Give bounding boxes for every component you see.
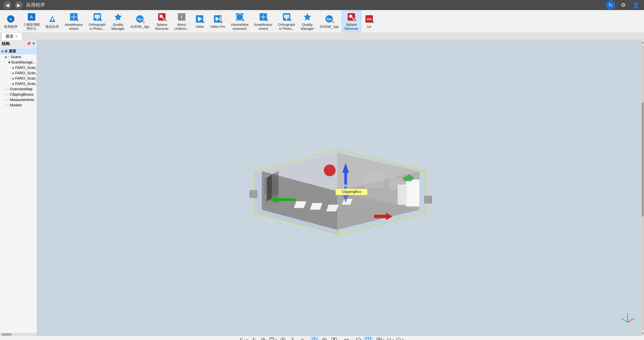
svg-rect-6 [52, 18, 53, 19]
viewport[interactable]: ClippingBox X Y Z [37, 40, 641, 336]
bt-navigate[interactable] [278, 337, 287, 340]
svg-line-90 [628, 319, 632, 323]
bt-walk[interactable] [288, 337, 297, 340]
sidebar-close-btn[interactable]: ✕ [32, 41, 35, 46]
svg-text:Y: Y [621, 318, 623, 320]
tree-item-faro3[interactable]: + ◆ FARO_Scan_... [0, 76, 37, 81]
toolbar-scene2go2[interactable]: 2go ▼ SCENE_2go [317, 11, 341, 32]
main-layout: 结构 📌 ✕ ▶ 🏛 展室 ▶ ○ Scans ■ ScanManage... [0, 40, 644, 336]
bt-split[interactable] [330, 337, 338, 340]
right-scrollbar[interactable]: ▲ ▼ [641, 40, 644, 336]
toolbar-ortho2-label: Orthograph ic Photo... [278, 23, 295, 31]
toolbar-about-uniform[interactable]: i About Uniform... [172, 11, 192, 32]
bt-cube[interactable] [354, 337, 363, 340]
tab-room[interactable]: 展室 ✕ [1, 32, 22, 40]
svg-text:Z: Z [627, 313, 628, 316]
toolbar-ortho-photo[interactable]: ▼ Orthograph ic Photo... [86, 11, 108, 32]
sync-icon[interactable]: ↻ [606, 0, 615, 10]
svg-point-34 [286, 18, 288, 20]
sidebar-scrollbar[interactable] [0, 333, 37, 336]
user-icon[interactable]: 👤 [631, 0, 641, 10]
scroll-down-btn[interactable]: ▼ [641, 332, 644, 335]
svg-rect-72 [406, 179, 420, 206]
settings-icon[interactable]: ⚙ [618, 0, 628, 10]
tree-item-faro1[interactable]: + ◆ FARO_Scan_... [0, 65, 37, 70]
toolbar-guide[interactable]: 取证向导 [43, 11, 62, 32]
tree-faro3-label: FARO_Scan_... [15, 76, 37, 81]
toolbar-3d-center[interactable]: A 三维应用程 序中心 [20, 11, 42, 32]
toolbar-quality-mgr2[interactable]: Quality Manager [298, 11, 317, 32]
tree-faro4-label: FARO_Scan_... [15, 82, 37, 86]
forward-button[interactable]: ▶ [15, 1, 23, 9]
svg-rect-130 [377, 338, 379, 340]
bt-select2[interactable] [320, 337, 329, 340]
toolbar-video-pro[interactable]: ▼ Video Pro [208, 11, 228, 32]
toolbar-un[interactable]: Un ▼ Un [362, 11, 377, 32]
svg-text:A: A [30, 14, 33, 19]
tab-room-label: 展室 [6, 34, 14, 39]
svg-rect-26 [220, 16, 221, 21]
svg-rect-104 [270, 338, 274, 340]
tab-close-btn[interactable]: ✕ [15, 34, 18, 38]
toolbar-scene2go[interactable]: 2go ▼ SCENE_2go [128, 11, 152, 32]
svg-text:ClippingBox: ClippingBox [342, 189, 361, 194]
toolbar-quality-mgr[interactable]: Quality Manager [109, 11, 127, 32]
bt-select1[interactable] [310, 337, 319, 340]
tree-item-models[interactable]: + ○ Models [0, 103, 37, 108]
bt-rotate[interactable]: ▼ [240, 337, 248, 340]
svg-rect-73 [398, 184, 408, 205]
tree-item-measurements[interactable]: + ○ Measurements [0, 97, 37, 103]
bt-grid[interactable]: ▼ [376, 337, 385, 340]
toolbar-sep-4 [374, 338, 374, 340]
tree-item-room[interactable]: ▶ 🏛 展室 [0, 48, 37, 54]
bt-zoom[interactable] [259, 337, 268, 340]
toolbar-sphere-remover[interactable]: ▼ Sphere Remover [152, 11, 171, 32]
tree-scans-label: Scans [11, 55, 21, 59]
bt-pan[interactable] [250, 337, 258, 340]
toolbar-app-label: 应用程序 [4, 25, 18, 29]
toolbar-area-measure[interactable]: ▼ AreaMeasur ement [62, 11, 86, 32]
toolbar-area-label: AreaMeasur ement [65, 23, 83, 31]
back-button[interactable]: ◀ [3, 1, 12, 9]
scene-container: ClippingBox X Y Z [37, 40, 641, 336]
tree-measurements-label: Measurements [10, 98, 34, 102]
toolbar-video[interactable]: ▼ Video [192, 11, 207, 32]
toolbar-volume-meas[interactable]: ▼ VolumeMea surement [228, 11, 251, 32]
tree-item-scans[interactable]: ▶ ○ Scans [0, 54, 37, 60]
app-title: 应用程序 [26, 2, 45, 8]
tree-item-overviewmap[interactable]: + ○ OverviewMap [0, 86, 37, 92]
sidebar-title: 结构 [2, 41, 10, 46]
sidebar-pin-btn[interactable]: 📌 [26, 41, 31, 46]
bt-more[interactable]: ▼ [396, 337, 404, 340]
svg-rect-33 [284, 14, 289, 18]
svg-line-125 [356, 339, 358, 340]
toolbar-scene2go-label: SCENE_2go [130, 25, 149, 29]
tree-item-scanmanage[interactable]: ■ ScanManage... [0, 60, 37, 65]
tree-item-faro4[interactable]: + ◆ FARO_Scan_... [0, 81, 37, 86]
toolbar-video-label: Video [196, 25, 204, 29]
toolbar-sep-2 [340, 338, 340, 340]
toolbar-area-measure2[interactable]: ▼ AreaMeasur ement [252, 11, 275, 32]
tree-item-clippingboxes[interactable]: + ○ ClippingBoxes [0, 92, 37, 97]
toolbar-sep-3 [352, 338, 352, 340]
toolbar-ortho-photo2[interactable]: ▼ Orthograph ic Photo... [276, 11, 298, 32]
tree-clipping-label: ClippingBoxes [10, 92, 34, 97]
svg-marker-99 [255, 340, 256, 340]
toolbar-sphere-remover2[interactable]: ▼ Sphere Remover [342, 11, 361, 32]
bt-points[interactable]: ▼ [386, 337, 394, 340]
bt-clipbox[interactable]: ▼ [269, 337, 278, 340]
scroll-up-btn[interactable]: ▲ [641, 41, 644, 44]
svg-text:i: i [181, 14, 182, 19]
tree-scanmanage-label: ScanManage... [11, 60, 36, 64]
toolbar-app[interactable]: A 应用程序 [1, 11, 20, 32]
toolbar-about-label: About Uniform... [174, 23, 189, 31]
svg-point-83 [324, 165, 336, 176]
svg-text:A: A [10, 17, 12, 21]
toolbar-sphere2-label: Sphere Remover [345, 23, 358, 31]
bt-measure[interactable] [342, 337, 351, 340]
bt-view-toggle[interactable] [364, 337, 373, 340]
toolbar-scene2go2-label: SCENE_2go [320, 25, 338, 29]
bt-fly[interactable] [298, 337, 307, 340]
tree-item-faro2[interactable]: + ◆ FARO_Scan_... [0, 70, 37, 76]
toolbar-area2-label: AreaMeasur ement [254, 23, 272, 31]
